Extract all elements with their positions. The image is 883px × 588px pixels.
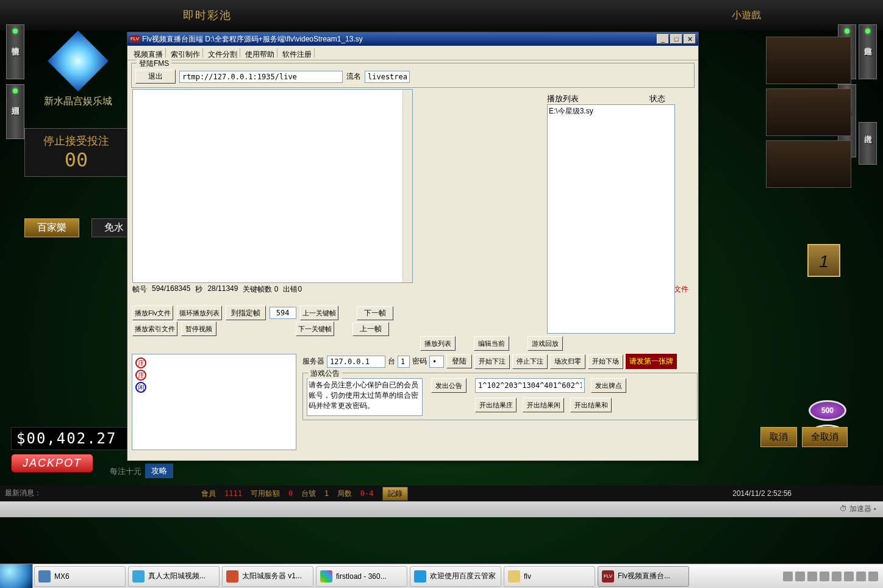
minimize-button[interactable]: _: [657, 34, 669, 44]
menu-help[interactable]: 使用帮助: [243, 48, 277, 57]
tray-icon[interactable]: [795, 572, 805, 581]
edit-current-button[interactable]: 编辑当前: [474, 336, 509, 351]
tray-icon[interactable]: [868, 572, 878, 581]
goto-frame-input[interactable]: [270, 307, 296, 319]
play-flv-button[interactable]: 播放Flv文件: [132, 306, 173, 320]
news-prefix: 最新消息：: [5, 489, 41, 497]
notice-textarea[interactable]: 请各会员注意小心保护自已的会员账号，切勿使用太过简单的组合密码并经常更改密码。: [307, 378, 423, 416]
tray-icon[interactable]: [783, 572, 793, 581]
tray-icon[interactable]: [832, 572, 842, 581]
jackpot-button[interactable]: JACKPOT: [11, 454, 93, 473]
game-thumbnail-3[interactable]: [766, 140, 851, 188]
tray-icon[interactable]: [844, 572, 854, 581]
prev-frame-button[interactable]: 上一帧: [352, 322, 389, 336]
menu-split[interactable]: 文件分割: [206, 48, 240, 57]
select-group-button[interactable]: 選擇組別: [10, 98, 21, 103]
maximize-button[interactable]: □: [670, 34, 682, 44]
task-label: 真人太阳城视频...: [148, 571, 206, 581]
casino-logo: 新水晶宫娱乐城: [29, 30, 127, 108]
cancel-all-button[interactable]: 全取消: [802, 427, 848, 447]
chip-500[interactable]: 500: [809, 400, 846, 421]
casino-header: 即时彩池 小遊戲: [0, 0, 883, 30]
rtmp-input[interactable]: [179, 71, 343, 83]
play-list-button[interactable]: 播放列表: [420, 336, 456, 351]
task-label: Flv视频直播台...: [618, 571, 670, 581]
clock: 2014/11/2 2:52:56: [732, 489, 792, 498]
sec-value: 28/11349: [207, 284, 238, 295]
result-banker-button[interactable]: 开出结果庄: [475, 398, 517, 412]
sec-label: 秒: [195, 284, 202, 295]
task-item[interactable]: 真人太阳城视频...: [128, 566, 220, 587]
reset-round-button[interactable]: 场次归零: [550, 354, 585, 369]
prev-keyframe-button[interactable]: 上一关键帧: [300, 306, 338, 320]
game-replay-button[interactable]: 游戏回放: [527, 336, 563, 351]
scrollbar[interactable]: [402, 90, 412, 282]
menu-index[interactable]: 索引制作: [168, 48, 203, 57]
stop-bet-button[interactable]: 停止下注: [512, 354, 548, 369]
task-item[interactable]: flv: [504, 566, 595, 587]
tray-icon[interactable]: [856, 572, 866, 581]
stream-label: 流名: [346, 71, 361, 82]
exit-button[interactable]: 退出: [135, 70, 176, 84]
banker-mark: 庄: [135, 357, 146, 368]
system-tray: [783, 572, 883, 581]
next-keyframe-button[interactable]: 下一关键帧: [296, 321, 334, 336]
task-label: firstload - 360...: [336, 572, 387, 581]
loop-list-button[interactable]: 循环播放列表: [177, 306, 222, 320]
tray-icon[interactable]: [820, 572, 829, 581]
start-bet-button[interactable]: 开始下注: [474, 354, 510, 369]
table-input[interactable]: [398, 356, 410, 368]
login-button[interactable]: 登陆: [446, 354, 472, 368]
task-icon: [320, 570, 332, 583]
task-item[interactable]: 太阳城服务器 v1...: [222, 566, 313, 587]
strategy-button[interactable]: 攻略: [145, 464, 173, 478]
tray-icon[interactable]: [807, 572, 817, 581]
playlist-box[interactable]: E:\今星级3.sy: [547, 104, 675, 334]
result-player-button[interactable]: 开出结果闲: [523, 398, 564, 412]
next-frame-button[interactable]: 下一帧: [357, 306, 393, 320]
password-input[interactable]: [429, 356, 444, 368]
secondary-tray-strip: ⏱ 加速器 ▸: [0, 501, 883, 517]
fms-legend: 登陆FMS: [137, 59, 171, 69]
start-button[interactable]: [0, 564, 33, 589]
task-item-active[interactable]: FLVFlv视频直播台...: [598, 566, 689, 587]
start-round-button[interactable]: 开始下场: [588, 354, 623, 369]
table-label: 台號: [301, 489, 316, 499]
stream-input[interactable]: [365, 71, 410, 83]
play-index-button[interactable]: 播放索引文件: [132, 321, 177, 336]
stop-bet-label: 停止接受投注: [30, 134, 123, 148]
menu-video[interactable]: 视频直播: [131, 48, 166, 57]
minigame-button[interactable]: 迷你遊戲: [862, 38, 873, 43]
task-item[interactable]: firstload - 360...: [316, 566, 407, 587]
titlebar[interactable]: FLV Flv视频直播台面端 D:\全套程序源码+服务端\flv\videoSt…: [127, 32, 698, 46]
balance-label: 可用餘額: [251, 489, 280, 499]
frame-label: 帧号: [132, 284, 147, 295]
record-button[interactable]: 記錄: [382, 487, 408, 501]
server-input[interactable]: [327, 356, 385, 368]
game-thumbnail-2[interactable]: [766, 88, 851, 136]
task-icon: FLV: [602, 570, 614, 583]
task-item[interactable]: 欢迎使用百度云管家: [410, 566, 501, 587]
game-thumbnail-1[interactable]: [766, 37, 851, 84]
goto-frame-button[interactable]: 到指定帧: [226, 306, 266, 320]
tab-baccarat[interactable]: 百家樂: [24, 218, 79, 237]
deal-cards-button[interactable]: 发出牌点: [591, 378, 626, 393]
error-value: 出错0: [283, 284, 302, 295]
result-tie-button[interactable]: 开出结果和: [570, 398, 612, 412]
menu-register[interactable]: 软件注册: [280, 48, 315, 57]
publish-notice-button[interactable]: 发出公告: [431, 378, 467, 393]
task-label: 太阳城服务器 v1...: [242, 571, 302, 581]
countdown-value: 00: [30, 148, 123, 171]
close-button[interactable]: ✕: [684, 34, 696, 44]
betting-status-panel: 停止接受投注 00: [24, 128, 128, 177]
slot-button[interactable]: 老虎機: [862, 126, 873, 131]
playlist-item[interactable]: E:\今星级3.sy: [549, 106, 673, 117]
balance-value: 0: [288, 489, 293, 498]
card-sequence-input[interactable]: [475, 378, 585, 393]
pause-button[interactable]: 暂停视频: [181, 321, 216, 336]
switch-window-button[interactable]: 轉換視窗: [10, 38, 21, 43]
task-item[interactable]: MX6: [34, 566, 126, 587]
app-icon: FLV: [130, 35, 140, 43]
cancel-button[interactable]: 取消: [760, 427, 797, 447]
video-preview: [132, 89, 413, 283]
